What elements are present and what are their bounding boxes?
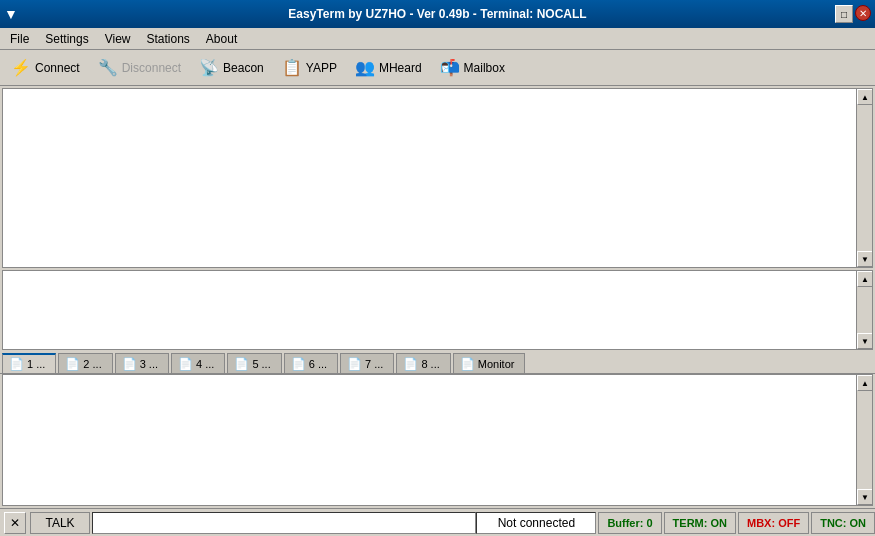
bottom-pane-scroll-down[interactable]: ▼ [857,489,873,505]
top-pane-scroll-track[interactable] [857,105,872,251]
menu-settings[interactable]: Settings [37,30,96,48]
buffer-indicator: Buffer: 0 [598,512,661,534]
tab-6-label: 6 ... [309,358,327,370]
tab-5[interactable]: 📄 5 ... [227,353,281,373]
toolbar: ⚡ Connect 🔧 Disconnect 📡 Beacon 📋 YAPP 👥… [0,50,875,86]
title-bar: ▼ EasyTerm by UZ7HO - Ver 0.49b - Termin… [0,0,875,28]
middle-pane-scroll-down[interactable]: ▼ [857,333,873,349]
tab-1[interactable]: 📄 1 ... [2,353,56,373]
tab-8-icon: 📄 [403,357,418,371]
clear-button[interactable]: ✕ [4,512,26,534]
tab-monitor-label: Monitor [478,358,515,370]
menu-file[interactable]: File [2,30,37,48]
top-pane-scroll-down[interactable]: ▼ [857,251,873,267]
tab-8-label: 8 ... [421,358,439,370]
top-terminal-pane[interactable]: ▲ ▼ [2,88,873,268]
bottom-terminal-pane[interactable]: ▲ ▼ [2,374,873,506]
tab-3-icon: 📄 [122,357,137,371]
connect-label: Connect [35,61,80,75]
yapp-button[interactable]: 📋 YAPP [275,54,344,82]
yapp-label: YAPP [306,61,337,75]
middle-pane-scrollbar: ▲ ▼ [856,271,872,349]
tab-1-icon: 📄 [9,357,24,371]
tab-2-icon: 📄 [65,357,80,371]
close-button[interactable]: ✕ [855,5,871,21]
yapp-icon: 📋 [282,58,302,78]
beacon-icon: 📡 [199,58,219,78]
tab-4-icon: 📄 [178,357,193,371]
tab-6[interactable]: 📄 6 ... [284,353,338,373]
connect-button[interactable]: ⚡ Connect [4,54,87,82]
top-pane-scrollbar: ▲ ▼ [856,89,872,267]
tab-1-label: 1 ... [27,358,45,370]
middle-pane-scroll-up[interactable]: ▲ [857,271,873,287]
tab-8[interactable]: 📄 8 ... [396,353,450,373]
tab-5-label: 5 ... [252,358,270,370]
status-bar: ✕ TALK Not connected Buffer: 0 TERM: ON … [0,508,875,536]
tab-3-label: 3 ... [140,358,158,370]
main-content: ▲ ▼ ▲ ▼ 📄 1 ... 📄 2 ... 📄 3 ... 📄 4 ... [0,86,875,508]
tab-4-label: 4 ... [196,358,214,370]
top-pane-scroll-up[interactable]: ▲ [857,89,873,105]
disconnect-button[interactable]: 🔧 Disconnect [91,54,188,82]
mailbox-button[interactable]: 📬 Mailbox [433,54,512,82]
connection-status: Not connected [476,512,596,534]
bottom-pane-scrollbar: ▲ ▼ [856,375,872,505]
tab-4[interactable]: 📄 4 ... [171,353,225,373]
tab-2[interactable]: 📄 2 ... [58,353,112,373]
chevron-icon[interactable]: ▼ [4,6,18,22]
tab-2-label: 2 ... [83,358,101,370]
connect-icon: ⚡ [11,58,31,78]
tab-3[interactable]: 📄 3 ... [115,353,169,373]
mailbox-icon: 📬 [440,58,460,78]
mailbox-label: Mailbox [464,61,505,75]
middle-pane-scroll-track[interactable] [857,287,872,333]
middle-terminal-pane[interactable]: ▲ ▼ [2,270,873,350]
disconnect-icon: 🔧 [98,58,118,78]
title-bar-left: ▼ [4,6,18,22]
bottom-pane-scroll-track[interactable] [857,391,872,489]
menu-about[interactable]: About [198,30,245,48]
beacon-button[interactable]: 📡 Beacon [192,54,271,82]
disconnect-label: Disconnect [122,61,181,75]
mheard-label: MHeard [379,61,422,75]
tnc-indicator: TNC: ON [811,512,875,534]
mbx-indicator: MBX: OFF [738,512,809,534]
menu-view[interactable]: View [97,30,139,48]
tab-7-label: 7 ... [365,358,383,370]
talk-label: TALK [30,512,90,534]
tab-7-icon: 📄 [347,357,362,371]
menu-stations[interactable]: Stations [139,30,198,48]
tab-7[interactable]: 📄 7 ... [340,353,394,373]
bottom-pane-scroll-up[interactable]: ▲ [857,375,873,391]
clear-icon: ✕ [10,516,20,530]
title-bar-controls: □ ✕ [835,5,871,23]
tab-5-icon: 📄 [234,357,249,371]
window-title: EasyTerm by UZ7HO - Ver 0.49b - Terminal… [0,7,875,21]
mheard-button[interactable]: 👥 MHeard [348,54,429,82]
menu-bar: File Settings View Stations About [0,28,875,50]
tab-monitor[interactable]: 📄 Monitor [453,353,526,373]
tabs-bar: 📄 1 ... 📄 2 ... 📄 3 ... 📄 4 ... 📄 5 ... … [0,352,875,374]
tab-6-icon: 📄 [291,357,306,371]
tab-monitor-icon: 📄 [460,357,475,371]
mheard-icon: 👥 [355,58,375,78]
maximize-button[interactable]: □ [835,5,853,23]
beacon-label: Beacon [223,61,264,75]
term-indicator: TERM: ON [664,512,736,534]
input-field[interactable] [92,512,476,534]
